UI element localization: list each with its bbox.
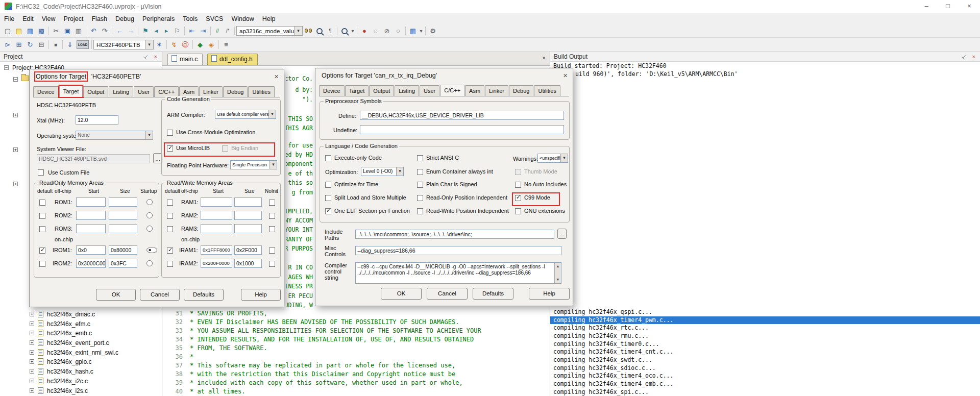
minimize-icon[interactable]: –: [916, 0, 937, 13]
ram2-start-field[interactable]: [201, 211, 232, 220]
expander-icon[interactable]: [13, 77, 18, 82]
irom1-startup-radio[interactable]: [146, 247, 157, 253]
enum-int-checkbox[interactable]: [417, 169, 423, 175]
scrollbar[interactable]: ▲▼: [554, 263, 561, 283]
copy-icon[interactable]: ▣: [62, 26, 73, 37]
split-ldm-checkbox[interactable]: [325, 195, 331, 201]
save-icon[interactable]: ▦: [24, 26, 36, 37]
xtal-field[interactable]: 12.0: [76, 115, 118, 125]
menu-svcs[interactable]: SVCS: [202, 13, 227, 24]
optimize-time-checkbox[interactable]: [325, 182, 331, 188]
translate-icon[interactable]: ⊳: [2, 39, 13, 51]
zoom-icon[interactable]: [339, 26, 350, 37]
iram1-noinit-checkbox[interactable]: [269, 247, 275, 254]
build-log-line[interactable]: compiling hc32f46x_qspi.c...: [550, 308, 980, 316]
defaults-button[interactable]: Defaults: [473, 288, 513, 300]
tab-listing[interactable]: Listing: [395, 85, 419, 96]
manage-components-icon[interactable]: ≡: [220, 39, 232, 51]
tab-ccpp[interactable]: C/C++: [440, 85, 464, 96]
disable-breakpoint-icon[interactable]: ◌: [370, 26, 381, 37]
iram2-default-checkbox[interactable]: [167, 261, 173, 267]
cancel-button[interactable]: Cancel: [140, 289, 180, 301]
optimization-select[interactable]: Level 0 (-O0): [361, 167, 404, 176]
undefine-field[interactable]: [360, 125, 564, 134]
close-icon[interactable]: ×: [563, 68, 568, 83]
rom2-default-checkbox[interactable]: [39, 213, 45, 219]
tab-main-c[interactable]: main.c: [167, 54, 203, 65]
menu-edit[interactable]: Edit: [18, 13, 38, 24]
menu-help[interactable]: Help: [258, 13, 280, 24]
arm-compiler-select[interactable]: Use default compiler version 5: [215, 110, 276, 119]
tab-ddl-config-h[interactable]: ddl_config.h: [207, 54, 258, 65]
build-log-line[interactable]: compiling hc32f46x_timer4_cnt.c...: [550, 348, 980, 356]
tree-item[interactable]: hc32f46x_i2c.c: [0, 377, 162, 386]
tab-target[interactable]: Target: [59, 86, 83, 97]
ok-button[interactable]: OK: [381, 288, 422, 300]
close-icon[interactable]: ×: [274, 69, 279, 84]
rom3-start-field[interactable]: [76, 224, 106, 233]
gnu-extensions-checkbox[interactable]: [515, 208, 521, 214]
ok-diamond-icon[interactable]: ◆: [194, 39, 206, 51]
indent-icon[interactable]: ⇥: [198, 26, 209, 37]
iram2-start-field[interactable]: 0x200F0000: [201, 259, 232, 268]
big-endian-checkbox[interactable]: [222, 145, 228, 152]
tree-item[interactable]: hc32f46x_gpio.c: [0, 357, 162, 366]
uncomment-icon[interactable]: /*: [223, 26, 233, 37]
help-button[interactable]: Help: [241, 289, 281, 301]
unindent-icon[interactable]: ⇤: [186, 26, 198, 37]
rom1-default-checkbox[interactable]: [39, 200, 45, 206]
tab-utilities[interactable]: Utilities: [248, 86, 274, 97]
browse-button[interactable]: ...: [557, 229, 567, 239]
expander-icon[interactable]: [30, 312, 34, 316]
open-file-icon[interactable]: ▤: [13, 26, 24, 37]
ram1-default-checkbox[interactable]: [167, 200, 173, 206]
window-layout-icon[interactable]: ▦: [407, 26, 419, 37]
tab-device[interactable]: Device: [319, 85, 345, 96]
irom2-startup-radio[interactable]: [146, 260, 153, 266]
navigate-forward-icon[interactable]: →: [125, 26, 136, 37]
menu-tools[interactable]: Tools: [179, 13, 202, 24]
zoom-caret-icon[interactable]: ▾: [350, 26, 355, 37]
tab-asm[interactable]: Asm: [465, 85, 484, 96]
use-microlib-checkbox[interactable]: [167, 145, 173, 152]
ram2-size-field[interactable]: [234, 211, 262, 220]
scroll-up-icon[interactable]: ▲: [555, 263, 561, 269]
ram3-size-field[interactable]: [234, 224, 262, 233]
rw-independent-checkbox[interactable]: [417, 208, 423, 214]
expander-icon[interactable]: [30, 369, 34, 374]
expander-icon[interactable]: [4, 65, 9, 70]
tab-output[interactable]: Output: [369, 85, 394, 96]
expander-icon[interactable]: [30, 350, 34, 355]
clear-bookmarks-icon[interactable]: ⚐: [172, 26, 183, 37]
iram2-size-field[interactable]: 0x1000: [234, 259, 262, 268]
build-log-line[interactable]: Build started: Project: HC32F460: [550, 62, 980, 70]
rom3-startup-radio[interactable]: [146, 226, 153, 232]
tab-device[interactable]: Device: [33, 86, 59, 97]
iram2-noinit-checkbox[interactable]: [269, 261, 275, 267]
close-document-icon[interactable]: ×: [542, 55, 546, 62]
ram2-noinit-checkbox[interactable]: [269, 213, 275, 219]
download-icon[interactable]: ⇓: [64, 39, 76, 51]
tab-output[interactable]: Output: [83, 86, 108, 97]
disable-all-breakpoints-icon[interactable]: ⊘: [381, 26, 393, 37]
redo-icon[interactable]: ↷: [99, 26, 110, 37]
menu-peripherals[interactable]: Peripherals: [138, 13, 179, 24]
rom1-size-field[interactable]: [109, 197, 137, 207]
scroll-down-icon[interactable]: ▼: [555, 277, 561, 283]
build-log-line[interactable]: compiling hc32f46x_swdt.c...: [550, 356, 980, 364]
expander-icon[interactable]: [30, 388, 34, 393]
ram1-noinit-checkbox[interactable]: [269, 200, 275, 206]
tree-item[interactable]: hc32f46x_dmac.c: [0, 310, 162, 319]
configure-icon[interactable]: ⚙: [427, 26, 438, 37]
tree-item[interactable]: hc32f46x_i2s.c: [0, 386, 162, 395]
expander-icon[interactable]: [30, 359, 34, 364]
build-log-line[interactable]: uild 960)', folder: 'D:\Keil_v5\ARM\ARMC…: [550, 70, 980, 78]
ram1-size-field[interactable]: [234, 197, 262, 207]
execute-only-checkbox[interactable]: [325, 155, 331, 161]
prev-bookmark-icon[interactable]: ◄: [151, 26, 161, 37]
thumb-mode-checkbox[interactable]: [515, 169, 521, 175]
comment-icon[interactable]: //: [212, 26, 223, 37]
rom2-size-field[interactable]: [109, 211, 137, 220]
tab-debug[interactable]: Debug: [509, 85, 533, 96]
menu-window[interactable]: Window: [227, 13, 258, 24]
